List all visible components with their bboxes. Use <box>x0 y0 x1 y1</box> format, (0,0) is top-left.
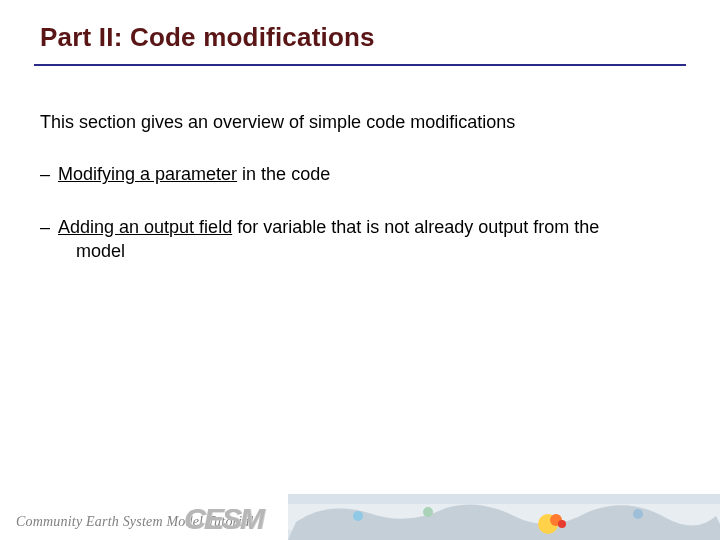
svg-point-6 <box>353 511 363 521</box>
title-underline <box>34 64 686 66</box>
svg-point-5 <box>558 520 566 528</box>
slide-title: Part II: Code modifications <box>40 22 375 53</box>
bullet-underline-text: Modifying a parameter <box>58 164 237 184</box>
bullet-continuation-text: model <box>58 239 680 263</box>
slide: Part II: Code modifications This section… <box>0 0 720 540</box>
svg-rect-1 <box>288 494 720 504</box>
bullet-underline-text: Adding an output field <box>58 217 232 237</box>
svg-point-7 <box>423 507 433 517</box>
bullet-dash: – <box>40 162 50 186</box>
intro-text: This section gives an overview of simple… <box>40 110 680 134</box>
slide-body: This section gives an overview of simple… <box>40 110 680 291</box>
footer-logo-text: CESM <box>184 502 263 536</box>
bullet-item-1: – Modifying a parameter in the code <box>40 162 680 186</box>
bullet-item-2: – Adding an output field for variable th… <box>40 215 680 264</box>
svg-point-8 <box>633 509 643 519</box>
footer-map-image <box>288 494 720 540</box>
slide-footer: Community Earth System Model Tutorial CE… <box>0 494 720 540</box>
bullet-dash: – <box>40 215 50 239</box>
bullet-rest-text: for variable that is not already output … <box>232 217 599 237</box>
bullet-rest-text: in the code <box>237 164 330 184</box>
